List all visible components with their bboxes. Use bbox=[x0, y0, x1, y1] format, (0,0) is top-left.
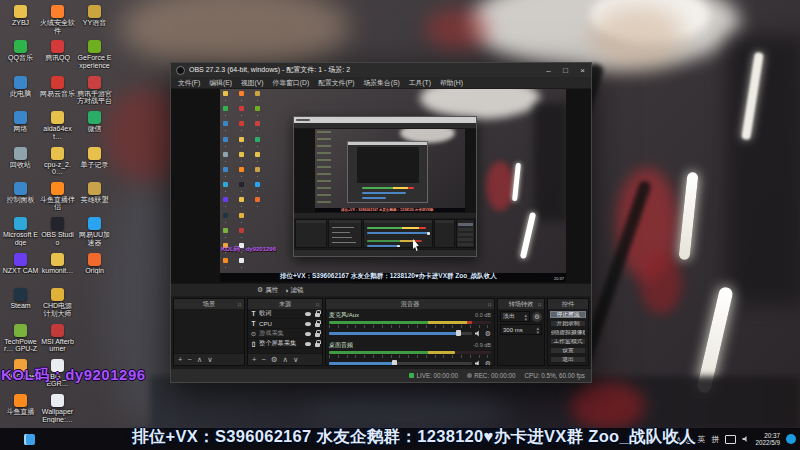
obs-window[interactable]: OBS 27.2.3 (64-bit, windows) - 配置文件: 1 -… bbox=[170, 62, 592, 383]
desktop-icon-label: cpu-z_2.0… bbox=[40, 161, 76, 176]
transition-select[interactable]: 淡出 ▴▾ bbox=[500, 311, 530, 322]
volume-tray-icon[interactable] bbox=[742, 436, 749, 443]
desktop-icon[interactable]: 腾讯QQ bbox=[39, 37, 76, 72]
visibility-eye-icon[interactable] bbox=[305, 322, 311, 326]
transition-duration-spinner[interactable]: 300 ms ▴▾ bbox=[500, 324, 542, 335]
desktop-icon[interactable]: OBS Studio bbox=[39, 214, 76, 249]
mini-desktop-icon bbox=[223, 121, 228, 126]
sources-toolbar-button[interactable]: ∨ bbox=[293, 355, 299, 364]
ime-mode-indicator[interactable]: 拼 bbox=[711, 434, 719, 445]
desktop-icon[interactable]: 单子记录 bbox=[76, 144, 113, 179]
menu-item[interactable]: 帮助(H) bbox=[436, 78, 467, 88]
scenes-toolbar-button[interactable]: − bbox=[187, 355, 191, 364]
control-button[interactable]: 停止推流 bbox=[550, 311, 586, 318]
control-button[interactable]: 设置 bbox=[550, 347, 586, 354]
control-button[interactable]: 工作室模式 bbox=[550, 338, 586, 345]
visibility-eye-icon[interactable] bbox=[305, 332, 311, 336]
desktop-icon-label: QQ音乐 bbox=[3, 54, 39, 62]
desktop-icon[interactable]: YY语音 bbox=[76, 2, 113, 37]
desktop-icon[interactable]: Microsoft Edge bbox=[2, 214, 39, 249]
lock-icon[interactable] bbox=[315, 313, 320, 317]
notification-center-icon[interactable] bbox=[786, 434, 796, 444]
scenes-toolbar-button[interactable]: + bbox=[178, 355, 182, 364]
source-row[interactable]: ▯ 整个屏幕采集 bbox=[248, 339, 322, 349]
source-filters-button[interactable]: ◑ 滤镜 bbox=[284, 286, 303, 295]
source-toolbar: ⚙ 属性 ◑ 滤镜 bbox=[171, 283, 591, 296]
desktop-icon[interactable]: GeForce Experience bbox=[76, 37, 113, 72]
live-indicator-icon bbox=[409, 373, 414, 378]
close-button[interactable]: × bbox=[574, 63, 591, 77]
desktop-icon[interactable]: 网易云音乐 bbox=[39, 73, 76, 108]
menu-item[interactable]: 工具(T) bbox=[405, 78, 435, 88]
menu-item[interactable]: 视图(V) bbox=[237, 78, 268, 88]
source-row[interactable]: T 歌词 bbox=[248, 309, 322, 319]
channel-gear-icon[interactable]: ⚙ bbox=[485, 360, 491, 365]
menu-item[interactable]: 场景集合(S) bbox=[359, 78, 403, 88]
source-row[interactable]: ⊙ 游戏采集 bbox=[248, 329, 322, 339]
desktop-icon[interactable]: Wallpaper Engine:… bbox=[39, 391, 76, 426]
menu-item[interactable]: 编辑(E) bbox=[205, 78, 236, 88]
ime-language-indicator[interactable]: 英 bbox=[697, 434, 705, 445]
desktop-icon[interactable]: MSI Afterburner bbox=[39, 321, 76, 356]
taskbar-clock[interactable]: 20:37 2022/5/9 bbox=[755, 432, 780, 446]
lock-icon[interactable] bbox=[315, 343, 320, 347]
sources-toolbar-button[interactable]: + bbox=[252, 355, 256, 364]
maximize-button[interactable]: □ bbox=[557, 63, 574, 77]
volume-slider-handle[interactable] bbox=[392, 360, 397, 365]
taskbar-app-icon[interactable] bbox=[24, 434, 35, 445]
minimize-button[interactable]: – bbox=[540, 63, 557, 77]
desktop-icon[interactable]: 腾讯手游官方对战平台 bbox=[76, 73, 113, 108]
speaker-icon[interactable] bbox=[475, 360, 482, 365]
control-button[interactable]: 开始录制 bbox=[550, 320, 586, 327]
sources-toolbar-button[interactable]: ⚙ bbox=[271, 355, 278, 364]
desktop-icon[interactable]: 斗鱼直播 bbox=[2, 391, 39, 426]
menu-item[interactable]: 配置文件(P) bbox=[314, 78, 358, 88]
desktop-icon[interactable]: 斗鱼直播伴侣 bbox=[39, 179, 76, 214]
sources-toolbar-button[interactable]: − bbox=[261, 355, 265, 364]
desktop-icon-label: Origin bbox=[77, 267, 113, 275]
desktop-icon[interactable]: 此电脑 bbox=[2, 73, 39, 108]
desktop-icon[interactable]: Origin bbox=[76, 250, 113, 285]
lock-icon[interactable] bbox=[315, 323, 320, 327]
nested-preview: 排位+VX：S396062167 水友企鹅群：1238120 办卡进VX群 bbox=[294, 129, 476, 213]
desktop-icon[interactable]: kumonit… bbox=[39, 250, 76, 285]
menu-item[interactable]: 停靠窗口(D) bbox=[269, 78, 314, 88]
desktop-icon[interactable]: 网易UU加速器 bbox=[76, 214, 113, 249]
scenes-toolbar-button[interactable]: ∨ bbox=[207, 355, 213, 364]
channel-gear-icon[interactable]: ⚙ bbox=[485, 330, 491, 337]
display-tray-icon[interactable] bbox=[725, 435, 736, 444]
control-button[interactable]: 启动虚拟摄像机 bbox=[550, 329, 586, 336]
lock-icon[interactable] bbox=[315, 333, 320, 337]
desktop-icon[interactable]: CHD电源计划大师 bbox=[39, 285, 76, 320]
obs-titlebar[interactable]: OBS 27.2.3 (64-bit, windows) - 配置文件: 1 -… bbox=[171, 63, 591, 77]
obs-preview-canvas[interactable]: KOL码：dy9201296 bbox=[171, 89, 591, 283]
scenes-toolbar-button[interactable]: ∧ bbox=[197, 355, 203, 364]
desktop-icon[interactable]: TechPower… GPU-Z bbox=[2, 321, 39, 356]
desktop-icon[interactable]: 控制面板 bbox=[2, 179, 39, 214]
speaker-icon[interactable] bbox=[475, 330, 482, 337]
desktop-icon[interactable]: 火绒安全软件 bbox=[39, 2, 76, 37]
visibility-eye-icon[interactable] bbox=[305, 312, 311, 316]
desktop-icon[interactable]: 回收站 bbox=[2, 144, 39, 179]
desktop-icon[interactable]: aida64ext… bbox=[39, 108, 76, 143]
desktop-icon[interactable]: 网络 bbox=[2, 108, 39, 143]
desktop-icon[interactable]: ZYBJ bbox=[2, 2, 39, 37]
desktop-icon[interactable]: 微信 bbox=[76, 108, 113, 143]
scenes-list[interactable] bbox=[174, 309, 244, 353]
menu-item[interactable]: 文件(F) bbox=[174, 78, 204, 88]
volume-slider-handle[interactable] bbox=[456, 330, 461, 336]
sources-toolbar-button[interactable]: ∧ bbox=[283, 355, 289, 364]
dock-icon: ⌑ bbox=[316, 301, 319, 308]
control-button[interactable]: 退出 bbox=[550, 356, 586, 363]
desktop-icon[interactable]: Steam bbox=[2, 285, 39, 320]
volume-slider[interactable] bbox=[329, 332, 472, 335]
desktop-icon[interactable]: cpu-z_2.0… bbox=[39, 144, 76, 179]
desktop-icon[interactable]: NZXT CAM bbox=[2, 250, 39, 285]
source-properties-button[interactable]: ⚙ 属性 bbox=[257, 286, 278, 295]
source-row[interactable]: T CPU bbox=[248, 319, 322, 329]
volume-slider[interactable] bbox=[329, 362, 472, 365]
visibility-eye-icon[interactable] bbox=[305, 342, 311, 346]
transition-gear-button[interactable]: ⚙ bbox=[532, 312, 542, 322]
desktop-icon[interactable]: 英雄联盟 bbox=[76, 179, 113, 214]
desktop-icon[interactable]: QQ音乐 bbox=[2, 37, 39, 72]
